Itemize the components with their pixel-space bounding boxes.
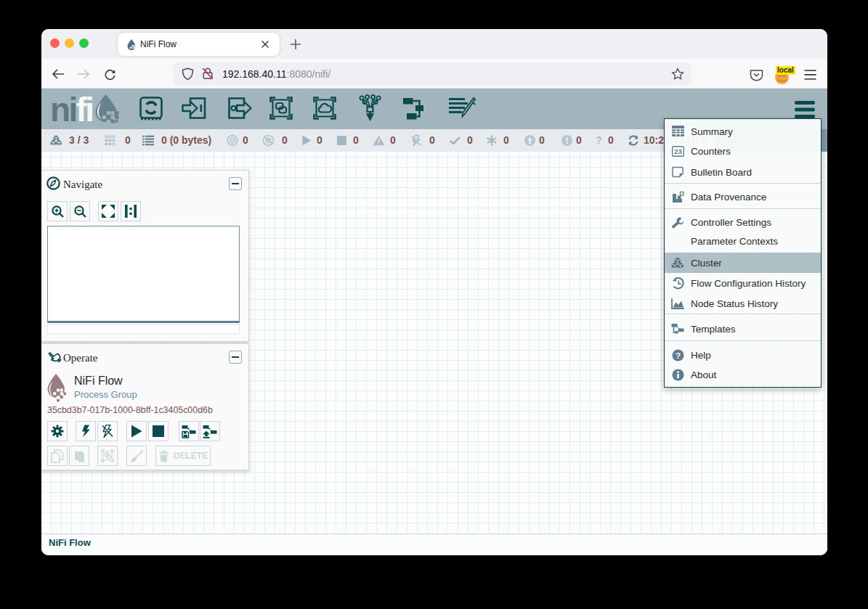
svg-text:?: ? [675, 351, 680, 359]
svg-text:fi: fi [76, 92, 93, 128]
svg-text:23: 23 [674, 147, 682, 155]
svg-text:ni: ni [50, 92, 76, 128]
